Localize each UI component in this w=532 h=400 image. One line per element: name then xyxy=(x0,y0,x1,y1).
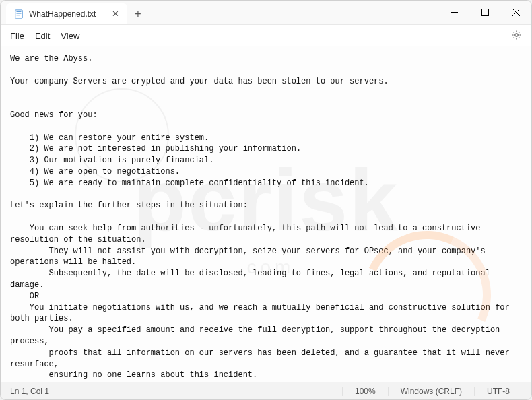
text-line: You pay a specified amount and receive t… xyxy=(10,325,505,346)
text-line: You initiate negotiations with us, and w… xyxy=(10,303,514,324)
text-editor[interactable]: We are the Abyss. Your company Servers a… xyxy=(1,46,531,382)
text-line: 3) Our motivation is purely financial. xyxy=(10,156,213,165)
svg-rect-5 xyxy=(481,9,488,16)
text-line: Let's explain the further steps in the s… xyxy=(10,201,248,210)
text-line: 5) We are ready to maintain complete con… xyxy=(10,178,369,188)
menu-view[interactable]: View xyxy=(61,31,79,41)
text-line: ensuring no one learns about this incide… xyxy=(10,370,257,380)
menubar: File Edit View xyxy=(1,25,531,46)
text-line: OR xyxy=(10,292,39,301)
text-line: They will not assist you with decryption… xyxy=(10,246,490,267)
text-line: 1) We can restore your entire system. xyxy=(10,133,209,143)
notepad-window: WhatHappened.txt ✕ + File Edit View We a… xyxy=(0,0,532,400)
text-line: Subsequently, the date will be disclosed… xyxy=(10,269,495,290)
text-line: 2) We are not interested in publishing y… xyxy=(10,144,301,154)
gear-icon xyxy=(511,32,522,42)
tab-title: WhatHappened.txt xyxy=(29,9,96,19)
close-window-button[interactable] xyxy=(500,1,531,24)
text-line: proofs that all information on our serve… xyxy=(10,348,514,369)
text-line: 4) We are open to negotiations. xyxy=(10,167,180,176)
titlebar: WhatHappened.txt ✕ + xyxy=(1,1,531,25)
close-tab-icon[interactable]: ✕ xyxy=(112,9,119,19)
maximize-button[interactable] xyxy=(469,1,500,24)
settings-button[interactable] xyxy=(511,30,522,42)
status-position: Ln 1, Col 1 xyxy=(10,387,49,396)
window-controls xyxy=(438,1,531,24)
notepad-icon xyxy=(14,9,24,19)
status-encoding[interactable]: UTF-8 xyxy=(474,387,522,396)
minimize-button[interactable] xyxy=(438,1,469,24)
menu-file[interactable]: File xyxy=(10,31,24,41)
status-zoom[interactable]: 100% xyxy=(342,387,388,396)
menu-edit[interactable]: Edit xyxy=(35,31,50,41)
text-line: Your company Servers are crypted and you… xyxy=(10,77,389,86)
text-line: You can seek help from authorities - unf… xyxy=(10,224,486,244)
add-tab-button[interactable]: + xyxy=(127,3,149,24)
text-line: Good news for you: xyxy=(10,110,98,120)
document-tab[interactable]: WhatHappened.txt ✕ xyxy=(6,3,127,24)
text-line: We are the Abyss. xyxy=(10,54,92,63)
svg-point-8 xyxy=(515,33,518,36)
status-eol[interactable]: Windows (CRLF) xyxy=(388,387,474,396)
svg-rect-0 xyxy=(15,9,23,18)
statusbar: Ln 1, Col 1 100% Windows (CRLF) UTF-8 xyxy=(1,382,531,399)
